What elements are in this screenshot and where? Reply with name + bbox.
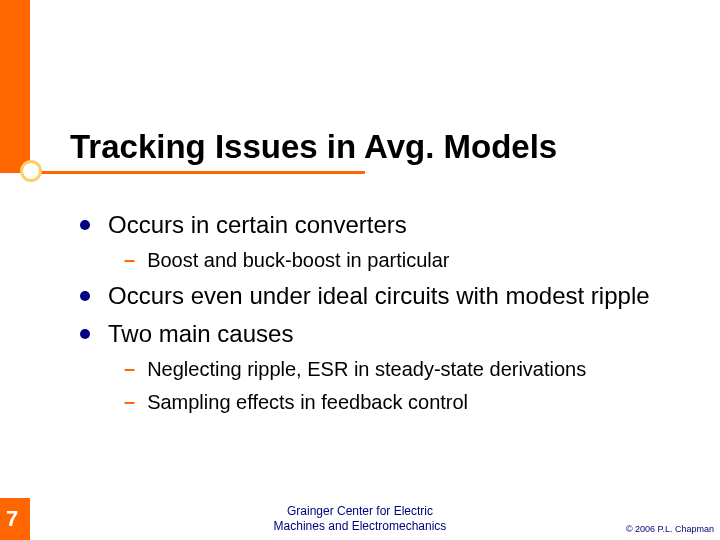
bullet-level2: – Boost and buck-boost in particular [124,248,680,273]
slide-title: Tracking Issues in Avg. Models [70,128,557,166]
bullet-level1: Two main causes [80,319,680,349]
bullet-text: Two main causes [108,319,293,349]
bullet-dot-icon [80,329,90,339]
bullet-text: Occurs in certain converters [108,210,407,240]
footer-line1: Grainger Center for Electric [287,504,433,518]
bullet-text: Boost and buck-boost in particular [147,248,449,273]
bullet-dash-icon: – [124,390,135,413]
slide-body: Occurs in certain converters – Boost and… [80,210,680,423]
bullet-text: Occurs even under ideal circuits with mo… [108,281,650,311]
bullet-dot-icon [80,220,90,230]
bullet-level2: – Neglecting ripple, ESR in steady-state… [124,357,680,382]
decor-underline [30,171,365,174]
bullet-dash-icon: – [124,248,135,271]
bullet-text: Sampling effects in feedback control [147,390,468,415]
bullet-dash-icon: – [124,357,135,380]
footer-copyright: © 2006 P.L. Chapman [626,524,714,534]
bullet-dot-icon [80,291,90,301]
footer-center: Grainger Center for Electric Machines an… [0,504,720,534]
decor-sidebar-top [0,0,30,173]
bullet-text: Neglecting ripple, ESR in steady-state d… [147,357,586,382]
bullet-level2: – Sampling effects in feedback control [124,390,680,415]
decor-circle-icon [20,160,42,182]
page-number: 7 [6,506,18,532]
bullet-level1: Occurs in certain converters [80,210,680,240]
bullet-level1: Occurs even under ideal circuits with mo… [80,281,680,311]
footer-line2: Machines and Electromechanics [274,519,447,533]
